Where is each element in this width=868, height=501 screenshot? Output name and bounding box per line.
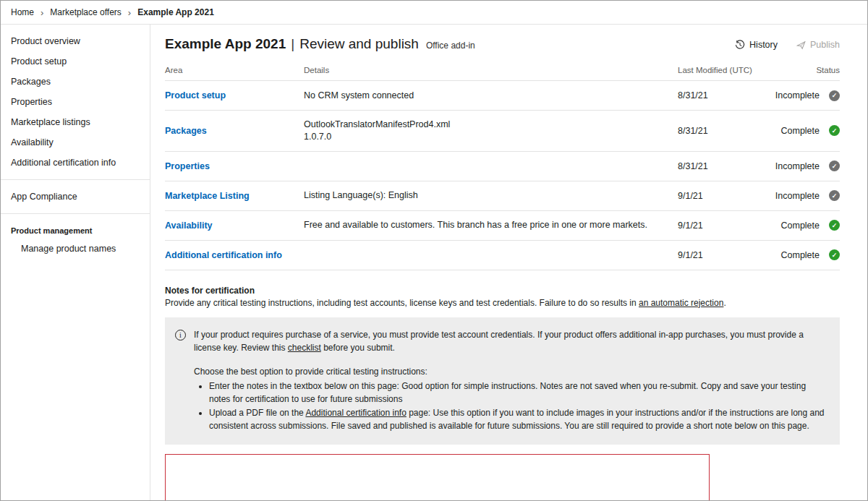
area-link-packages[interactable]: Packages xyxy=(165,126,207,136)
sidebar: Product overview Product setup Packages … xyxy=(1,25,150,500)
page-header: Example App 2021 | Review and publish Of… xyxy=(165,36,840,52)
main-content: Example App 2021 | Review and publish Of… xyxy=(150,25,867,500)
info-box: If your product requires purchase of a s… xyxy=(165,317,840,445)
info-bullet-list: Enter the notes in the textbox below on … xyxy=(194,380,827,432)
table-row-additional-certification-info: Additional certification info 9/1/21 Com… xyxy=(165,241,840,270)
area-link-availability[interactable]: Availability xyxy=(165,220,213,231)
publish-top-label: Publish xyxy=(810,40,840,50)
area-link-product-setup[interactable]: Product setup xyxy=(165,90,226,100)
row-modified: 9/1/21 xyxy=(678,250,770,260)
notes-section-title: Notes for certification xyxy=(165,286,840,296)
sidebar-item-additional-certification-info[interactable]: Additional certification info xyxy=(1,153,150,173)
history-button[interactable]: History xyxy=(735,40,778,50)
review-table: Area Details Last Modified (UTC) Status … xyxy=(165,63,840,270)
row-status: Complete xyxy=(770,220,840,231)
sidebar-item-product-setup[interactable]: Product setup xyxy=(1,51,150,72)
sidebar-divider xyxy=(1,179,150,180)
sidebar-item-marketplace-listings[interactable]: Marketplace listings xyxy=(1,112,150,132)
row-modified: 8/31/21 xyxy=(678,90,770,100)
row-details: No CRM system connected xyxy=(304,90,678,102)
sidebar-item-manage-product-names[interactable]: Manage product names xyxy=(1,239,150,259)
status-check-icon xyxy=(829,249,840,260)
page-subtitle: Review and publish xyxy=(299,36,419,52)
table-row-packages: Packages OutlookTranslatorManifestProd4.… xyxy=(165,111,840,152)
title-separator: | xyxy=(291,36,294,52)
area-link-properties[interactable]: Properties xyxy=(165,161,210,171)
row-modified: 9/1/21 xyxy=(678,191,770,201)
row-status: Incomplete xyxy=(770,90,840,101)
automatic-rejection-link[interactable]: an automatic rejection xyxy=(639,298,723,308)
info-paragraph-2: Choose the best option to provide critic… xyxy=(194,365,827,378)
breadcrumb-home[interactable]: Home xyxy=(11,7,34,17)
info-paragraph-1: If your product requires purchase of a s… xyxy=(194,328,827,354)
history-label: History xyxy=(749,40,778,50)
column-header-details: Details xyxy=(304,66,678,74)
table-row-product-setup: Product setup No CRM system connected 8/… xyxy=(165,81,840,111)
status-check-icon xyxy=(829,125,840,136)
publish-icon xyxy=(796,40,806,50)
breadcrumb-marketplace-offers[interactable]: Marketplace offers xyxy=(50,7,122,17)
row-modified: 9/1/21 xyxy=(678,220,770,231)
certification-notes-input[interactable] xyxy=(165,454,710,500)
sidebar-item-product-overview[interactable]: Product overview xyxy=(1,31,150,51)
breadcrumb-current-page: Example App 2021 xyxy=(137,7,214,17)
row-details: Free and available to customers. This br… xyxy=(304,219,678,231)
column-header-area: Area xyxy=(165,66,304,74)
additional-certification-info-link[interactable]: Additional certification info xyxy=(305,408,406,418)
row-modified: 8/31/21 xyxy=(678,161,770,171)
breadcrumb: Home Marketplace offers Example App 2021 xyxy=(1,1,867,25)
status-label: Incomplete xyxy=(775,90,820,100)
table-row-availability: Availability Free and available to custo… xyxy=(165,211,840,241)
column-header-last-modified: Last Modified (UTC) xyxy=(678,66,770,74)
column-header-status: Status xyxy=(770,66,840,74)
publish-button-top[interactable]: Publish xyxy=(796,40,840,50)
table-row-properties: Properties 8/31/21 Incomplete xyxy=(165,152,840,181)
status-label: Complete xyxy=(781,220,820,231)
sidebar-section-product-management: Product management xyxy=(1,220,150,239)
status-check-icon xyxy=(829,220,840,231)
chevron-right-icon xyxy=(41,7,43,18)
table-header-row: Area Details Last Modified (UTC) Status xyxy=(165,63,840,81)
row-status: Incomplete xyxy=(770,160,840,171)
notes-description: Provide any critical testing instruction… xyxy=(165,298,840,308)
area-link-additional-certification-info[interactable]: Additional certification info xyxy=(165,250,282,260)
history-icon xyxy=(735,40,745,50)
status-check-icon xyxy=(829,90,840,101)
row-status: Complete xyxy=(770,249,840,260)
row-details: Listing Language(s): English xyxy=(304,189,678,202)
checklist-link[interactable]: checklist xyxy=(288,343,321,353)
row-status: Incomplete xyxy=(770,190,840,201)
info-bullet-2: Upload a PDF file on the Additional cert… xyxy=(209,406,827,432)
status-check-icon xyxy=(829,160,840,171)
row-modified: 8/31/21 xyxy=(678,126,770,136)
status-label: Incomplete xyxy=(775,191,820,201)
area-link-marketplace-listing[interactable]: Marketplace Listing xyxy=(165,191,250,201)
sidebar-item-packages[interactable]: Packages xyxy=(1,72,150,92)
sidebar-item-availability[interactable]: Availability xyxy=(1,132,150,153)
page-title: Example App 2021 xyxy=(165,36,286,52)
row-details: OutlookTranslatorManifestProd4.xml 1.0.7… xyxy=(304,119,678,143)
info-bullet-1: Enter the notes in the textbox below on … xyxy=(209,380,827,406)
status-label: Complete xyxy=(781,250,820,260)
info-icon xyxy=(175,330,186,341)
table-row-marketplace-listing: Marketplace Listing Listing Language(s):… xyxy=(165,181,840,211)
status-label: Complete xyxy=(781,126,820,136)
status-label: Incomplete xyxy=(775,161,820,171)
status-check-icon xyxy=(829,190,840,201)
row-status: Complete xyxy=(770,125,840,136)
sidebar-item-properties[interactable]: Properties xyxy=(1,92,150,112)
app-window: Home Marketplace offers Example App 2021… xyxy=(0,0,868,501)
chevron-right-icon xyxy=(128,7,131,18)
sidebar-divider xyxy=(1,213,150,214)
sidebar-item-app-compliance[interactable]: App Compliance xyxy=(1,187,150,207)
product-type-label: Office add-in xyxy=(426,40,475,51)
